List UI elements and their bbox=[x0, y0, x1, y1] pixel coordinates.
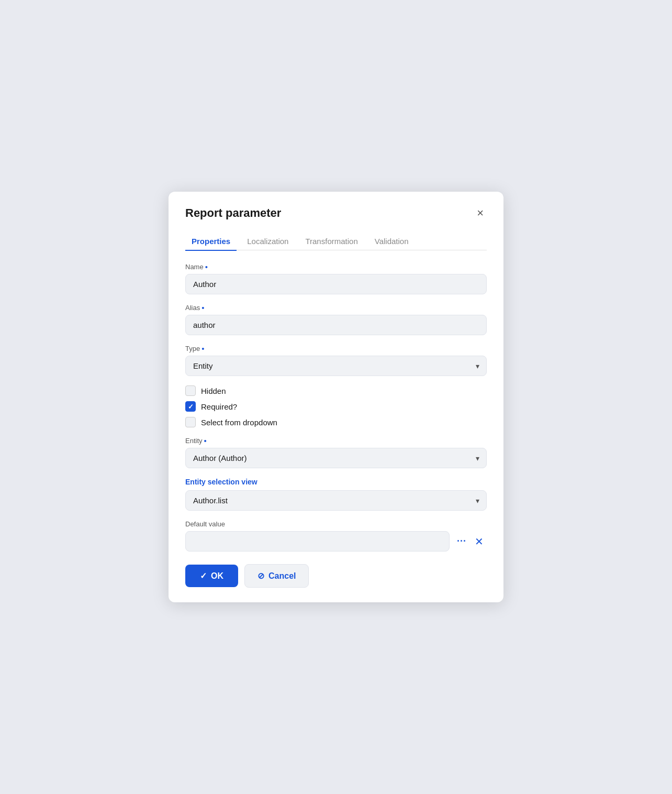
entity-selection-view-select[interactable]: Author.list bbox=[185, 490, 487, 511]
default-value-clear-button[interactable]: ✕ bbox=[472, 533, 487, 550]
default-value-row: ··· ✕ bbox=[185, 531, 487, 552]
entity-select-wrapper: Author (Author) ▾ bbox=[185, 448, 487, 468]
alias-label: Alias • bbox=[185, 304, 487, 312]
ok-label: OK bbox=[211, 571, 223, 581]
checkboxes-group: Hidden Required? Select from dropdown bbox=[185, 385, 487, 427]
default-value-dots-button[interactable]: ··· bbox=[454, 534, 469, 549]
alias-field-group: Alias • bbox=[185, 304, 487, 335]
type-select-wrapper: Entity String Integer Boolean Date ▾ bbox=[185, 356, 487, 376]
default-value-input[interactable] bbox=[185, 531, 450, 552]
cancel-label: Cancel bbox=[268, 571, 296, 581]
default-value-label: Default value bbox=[185, 520, 487, 528]
required-checkbox-row[interactable]: Required? bbox=[185, 401, 487, 412]
default-value-field-group: Default value ··· ✕ bbox=[185, 520, 487, 552]
default-value-actions: ··· ✕ bbox=[454, 533, 487, 550]
type-label: Type • bbox=[185, 345, 487, 352]
cancel-button[interactable]: ⊘ Cancel bbox=[244, 564, 309, 588]
entity-selection-view-group: Entity selection view Author.list ▾ bbox=[185, 478, 487, 511]
tabs-bar: Properties Localization Transformation V… bbox=[185, 233, 487, 251]
entity-selection-view-link[interactable]: Entity selection view bbox=[185, 478, 487, 486]
ok-button[interactable]: ✓ OK bbox=[185, 565, 238, 587]
name-label: Name • bbox=[185, 263, 487, 271]
entity-selection-view-select-wrapper: Author.list ▾ bbox=[185, 490, 487, 511]
dialog-title: Report parameter bbox=[185, 206, 281, 220]
close-button[interactable]: × bbox=[474, 206, 487, 220]
entity-label: Entity • bbox=[185, 437, 487, 445]
select-from-dropdown-checkbox[interactable] bbox=[185, 417, 196, 427]
alias-input[interactable] bbox=[185, 315, 487, 335]
tab-localization[interactable]: Localization bbox=[241, 233, 295, 251]
type-field-group: Type • Entity String Integer Boolean Dat… bbox=[185, 345, 487, 376]
hidden-checkbox-row[interactable]: Hidden bbox=[185, 385, 487, 396]
dialog-header: Report parameter × bbox=[185, 206, 487, 220]
entity-field-group: Entity • Author (Author) ▾ bbox=[185, 437, 487, 468]
tab-validation[interactable]: Validation bbox=[368, 233, 415, 251]
tab-transformation[interactable]: Transformation bbox=[299, 233, 364, 251]
select-from-dropdown-checkbox-row[interactable]: Select from dropdown bbox=[185, 417, 487, 427]
name-input[interactable] bbox=[185, 274, 487, 294]
report-parameter-dialog: Report parameter × Properties Localizati… bbox=[169, 192, 503, 603]
cancel-icon: ⊘ bbox=[257, 571, 264, 581]
name-field-group: Name • bbox=[185, 263, 487, 294]
entity-select[interactable]: Author (Author) bbox=[185, 448, 487, 468]
required-checkbox[interactable] bbox=[185, 401, 196, 412]
ok-check-icon: ✓ bbox=[200, 571, 207, 581]
tab-properties[interactable]: Properties bbox=[185, 233, 237, 251]
type-select[interactable]: Entity String Integer Boolean Date bbox=[185, 356, 487, 376]
hidden-checkbox[interactable] bbox=[185, 385, 196, 396]
dialog-footer: ✓ OK ⊘ Cancel bbox=[185, 564, 487, 588]
